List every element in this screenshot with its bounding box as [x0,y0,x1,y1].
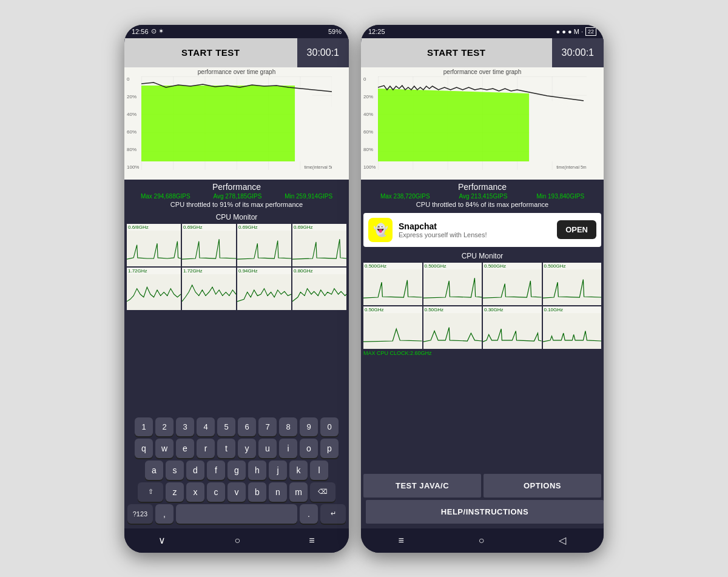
perf-max-left: Max 294,688GIPS [141,193,190,200]
graph-y-axis-right: 100% 80% 60% 40% 20% 0 [363,76,376,170]
key-o[interactable]: o [300,439,318,458]
snapchat-icon: 👻 [368,218,393,242]
key-q[interactable]: q [135,439,153,458]
key-backspace[interactable]: ⌫ [310,482,335,502]
ad-name: Snapchat [399,221,551,231]
key-l[interactable]: l [310,461,328,480]
app-header-left: START TEST 30:00:1 [124,38,349,67]
options-button[interactable]: OPTIONS [484,474,601,498]
perf-min-right: Min 193,840GIPS [536,193,584,200]
nav-back-right[interactable]: ◁ [559,535,566,546]
cpu-grid-row1-left: 0.6/8GHz 0.69GHz [124,224,349,266]
keyboard: 1 2 3 4 5 6 7 8 9 0 q w e r t y [124,415,349,528]
key-m[interactable]: m [289,482,308,502]
key-0[interactable]: 0 [320,417,339,436]
key-sym[interactable]: ?123 [127,504,153,524]
cpu-cell-left-6: 1.72GHz [182,268,236,310]
graph-y-axis-left: 100% 80% 60% 40% 20% 0 [127,76,139,170]
keyboard-row-nums: 1 2 3 4 5 6 7 8 9 0 [126,417,348,436]
test-java-button[interactable]: TEST JAVA/C [363,474,481,498]
key-d[interactable]: d [186,461,204,480]
key-5[interactable]: 5 [217,417,235,436]
key-z[interactable]: z [166,482,184,502]
perf-throttle-left: CPU throttled to 91% of its max performa… [129,201,344,208]
key-y[interactable]: y [238,439,256,458]
key-7[interactable]: 7 [258,417,277,436]
cpu-cell-right-4: 0.500GHz [543,263,602,305]
start-test-button-right[interactable]: START TEST [361,38,552,67]
key-u[interactable]: u [258,439,277,458]
key-w[interactable]: w [155,439,174,458]
key-x[interactable]: x [186,482,204,502]
nav-home-right[interactable]: ○ [479,535,485,546]
key-g[interactable]: g [228,461,246,480]
svg-rect-21 [543,313,602,349]
ad-open-button[interactable]: OPEN [557,220,596,239]
cpu-cell-left-2: 0.69GHz [182,224,236,266]
cpu-cell-left-7: 0.94GHz [237,268,291,310]
ad-desc: Express yourself with Lenses! [399,231,551,238]
graph-title-right: performance over time graph [361,67,604,76]
perf-section-left: Performance Max 294,688GIPS Avg 278,185G… [124,180,349,211]
graph-title-left: performance over time graph [124,67,349,76]
key-c[interactable]: c [207,482,225,502]
key-k[interactable]: k [289,461,308,480]
key-h[interactable]: h [248,461,266,480]
graph-container-right: 100% 80% 60% 40% 20% 0 [361,76,604,180]
key-s[interactable]: s [166,461,184,480]
cpu-cell-right-6: 0.50GHz [423,306,482,349]
perf-title-left: Performance [129,182,344,192]
status-bar-left: 12:56 ⊙ ✶ 59% [124,25,349,38]
help-button[interactable]: HELP/INSTRUCTIONS [366,500,604,524]
key-p[interactable]: p [320,439,339,458]
key-4[interactable]: 4 [197,417,215,436]
key-a[interactable]: a [145,461,163,480]
key-6[interactable]: 6 [238,417,256,436]
ad-banner: 👻 Snapchat Express yourself with Lenses!… [363,213,601,247]
start-test-button-left[interactable]: START TEST [124,38,297,67]
key-2[interactable]: 2 [155,417,174,436]
app-header-right: START TEST 30:00:1 [361,38,604,67]
key-1[interactable]: 1 [135,417,153,436]
cpu-monitor-title-right: CPU Monitor [361,249,604,263]
key-enter[interactable]: ↵ [320,504,346,524]
graph-section-right: performance over time graph 100% 80% 60%… [361,67,604,180]
cpu-monitor-title-left: CPU Monitor [124,211,349,224]
cpu-cell-right-5: 0.50GHz [363,306,422,349]
key-i[interactable]: i [279,439,297,458]
key-b[interactable]: b [248,482,266,502]
nav-menu-left[interactable]: ≡ [309,535,314,546]
graph-section-left: performance over time graph 100% 80% 60%… [124,67,349,180]
nav-menu-right[interactable]: ≡ [398,535,403,546]
key-3[interactable]: 3 [176,417,194,436]
key-e[interactable]: e [176,439,194,458]
keyboard-row-asdf: a s d f g h j k l [126,461,348,480]
svg-rect-14 [363,269,422,305]
key-f[interactable]: f [207,461,225,480]
nav-back-left[interactable]: ∨ [158,535,166,546]
key-9[interactable]: 9 [300,417,318,436]
key-period[interactable]: . [300,504,318,524]
keyboard-row-qwerty: q w e r t y u i o p [126,439,348,458]
cpu-monitor-right: CPU Monitor 0.500GHz 0.500GHz [361,249,604,471]
cpu-cell-left-8: 0.80GHz [292,268,346,310]
phone-right: 12:25 ● ● ● M · 22 START TEST 30:00:1 pe… [361,25,604,553]
key-t[interactable]: t [217,439,235,458]
key-8[interactable]: 8 [279,417,297,436]
nav-home-left[interactable]: ○ [234,535,240,546]
cpu-cell-left-3: 0.69GHz [237,224,291,266]
key-shift[interactable]: ⇧ [138,482,163,502]
key-comma[interactable]: , [155,504,174,524]
time-left: 12:56 [132,28,149,35]
cpu-monitor-left: CPU Monitor 0.6/8GHz 0.69GHz [124,211,349,415]
status-icons-left: ⊙ ✶ [151,27,164,35]
key-j[interactable]: j [269,461,287,480]
perf-avg-right: Avg 213,415GIPS [459,193,507,200]
time-right: 12:25 [368,28,385,35]
key-n[interactable]: n [269,482,287,502]
perf-section-right: Performance Max 238,720GIPS Avg 213,415G… [361,180,604,211]
key-space[interactable] [176,504,297,524]
key-v[interactable]: v [228,482,246,502]
perf-min-left: Min 259,914GIPS [285,193,332,200]
key-r[interactable]: r [197,439,215,458]
